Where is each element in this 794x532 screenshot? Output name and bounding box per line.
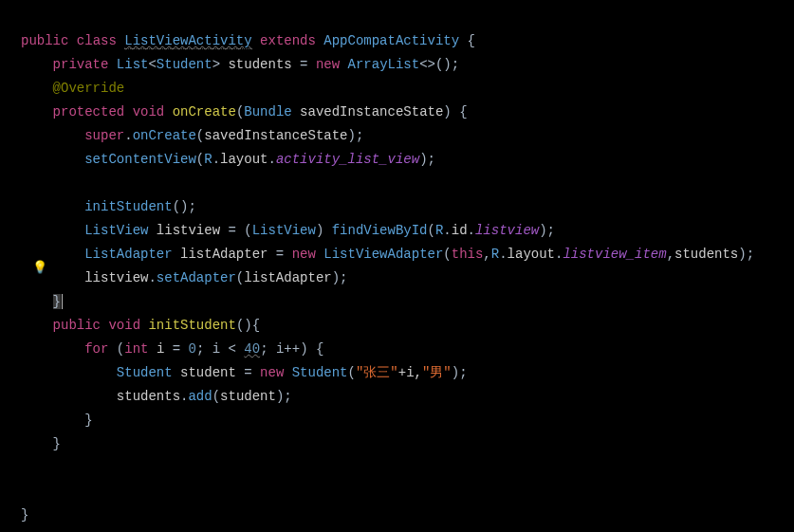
identifier: +i, [398,365,422,380]
type: ListViewAdapter [323,247,443,262]
keyword: new [292,247,316,262]
number: 0 [189,341,196,357]
identifier: student [220,389,276,404]
type: Student [292,365,348,380]
method-name: initStudent [148,318,235,333]
type: List [117,57,149,72]
keyword: int [124,341,148,357]
annotation: @Override [53,81,125,96]
identifier: i [157,341,164,357]
identifier: students [674,247,738,262]
method-call: add [188,389,212,404]
keyword: extends [260,33,316,48]
keyword: protected [53,104,125,119]
keyword: new [260,365,284,380]
field: activity_list_view [276,152,419,167]
method-call: initStudent [84,199,172,214]
field: listview_item [563,247,666,262]
identifier: student [180,365,236,380]
type: Bundle [244,104,291,119]
identifier: savedInstanceState [300,104,443,119]
type: R [204,152,212,167]
method-call: setContentView [84,152,196,167]
type: ArrayList [348,57,420,72]
identifier: layout [220,152,268,167]
type: ListView [252,223,316,238]
identifier: layout [508,247,555,262]
method-call: findViewById [332,223,428,238]
keyword: void [133,104,165,119]
keyword: public [21,33,68,48]
keyword: class [77,33,117,48]
type: R [435,223,443,238]
identifier: students [228,57,291,72]
type: Student [157,57,212,72]
method-call: setAdapter [157,270,236,285]
text-caret [62,294,63,309]
method-call: onCreate [133,128,196,143]
identifier: listAdapter [180,247,268,262]
keyword: this [452,247,484,262]
string: "张三" [356,365,398,380]
keyword: new [316,57,340,72]
keyword: super [84,128,124,143]
identifier: listview [84,270,148,285]
identifier: students [117,389,180,404]
type: R [491,247,499,262]
class-name: ListViewActivity [124,33,251,49]
type: Student [117,365,173,380]
number: 40 [244,341,260,357]
keyword: public [53,318,101,333]
code-editor[interactable]: public class ListViewActivity extends Ap… [21,6,754,527]
keyword: private [53,57,109,72]
keyword: for [84,341,108,357]
identifier: listview [157,223,220,238]
type: ListAdapter [84,247,172,262]
keyword: void [108,318,140,333]
string: "男" [422,365,452,380]
identifier: listAdapter [244,270,331,285]
method-name: onCreate [173,104,236,119]
field: listview [475,223,539,238]
type: ListView [84,223,148,238]
identifier: id [452,223,468,238]
type: AppCompatActivity [323,33,459,48]
identifier: savedInstanceState [204,128,347,143]
